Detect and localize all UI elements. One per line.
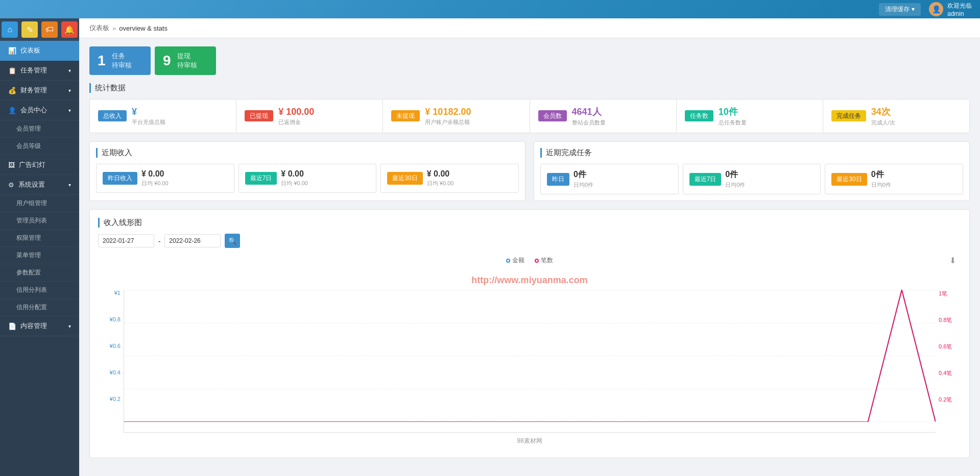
income-7days-badge: 最近7日 <box>245 172 277 185</box>
withdrawn-badge: 已提现 <box>245 110 273 121</box>
ads-icon: 🖼 <box>8 161 15 169</box>
edit-icon[interactable]: ✎ <box>21 21 38 38</box>
sidebar-sub-params[interactable]: 参数配置 <box>0 264 79 282</box>
dashboard-icon: 📊 <box>8 47 16 55</box>
dropdown-arrow: ▾ <box>912 6 915 13</box>
content-icon: 📄 <box>8 322 16 330</box>
sidebar-sub-permissions[interactable]: 权限管理 <box>0 230 79 247</box>
sidebar-icon-bar: ⌂ ✎ 🏷 🔔 <box>0 18 79 41</box>
completed-tasks-label: 完成人/次 <box>871 119 895 127</box>
breadcrumb: 仪表板 » overview & stats <box>79 18 980 38</box>
date-to-input[interactable] <box>164 234 221 247</box>
y-left-4: ¥0.4 <box>110 369 121 375</box>
withdrawn-value: ¥ 100.00 <box>278 107 314 117</box>
chart-section: 收入线形图 - 🔍 金额 笔数 <box>89 209 970 458</box>
tag-icon[interactable]: 🏷 <box>41 21 58 38</box>
task-7days: 最近7日 0件 日均0件 <box>683 164 821 194</box>
task-30days-badge: 最近30日 <box>831 173 867 186</box>
welcome-label: 欢迎光临 <box>947 2 972 9</box>
task-7days-badge: 最近7日 <box>689 173 722 186</box>
search-button[interactable]: 🔍 <box>225 234 240 248</box>
pending-withdraw-label: 用户账户余额总额 <box>425 118 471 126</box>
completed-tasks-badge: 完成任务 <box>831 110 866 121</box>
sidebar-finance-label: 财务管理 <box>20 86 47 95</box>
top-header: 清理缓存 ▾ 👤 欢迎光临 admin <box>0 0 980 18</box>
income-7days-avg: 日均 ¥0.00 <box>281 180 308 187</box>
sidebar: ⌂ ✎ 🏷 🔔 📊 仪表板 📋 任务管理 ▾ 💰 财务管理 ▾ <box>0 18 79 476</box>
breadcrumb-home[interactable]: 仪表板 <box>89 23 109 33</box>
chart-wrapper: ¥1 ¥0.8 ¥0.6 ¥0.4 ¥0.2 <box>98 290 961 433</box>
task-30days: 最近30日 0件 日均0件 <box>825 164 963 194</box>
download-icon[interactable]: ⬇ <box>949 256 956 265</box>
stats-grid: 总收入 ¥ 平台充值总额 已提现 ¥ 100.00 已返佣金 <box>89 99 970 133</box>
sidebar-sub-credit-config[interactable]: 信用分配置 <box>0 299 79 316</box>
sidebar-item-ads[interactable]: 🖼 广告幻灯 <box>0 155 79 175</box>
income-yesterday: 昨日收入 ¥ 0.00 日均 ¥0.00 <box>96 164 234 193</box>
home-icon[interactable]: ⌂ <box>2 21 18 38</box>
income-7days-value: ¥ 0.00 <box>281 169 308 179</box>
task-pending-number: 1 <box>98 54 106 68</box>
stat-total-income: 总收入 ¥ 平台充值总额 <box>90 99 236 133</box>
legend-count-label: 笔数 <box>541 256 553 265</box>
y-left-5: ¥0.2 <box>110 396 121 402</box>
task-yesterday-badge: 昨日 <box>547 173 569 186</box>
chart-y-axis-left: ¥1 ¥0.8 ¥0.6 ¥0.4 ¥0.2 <box>98 290 124 433</box>
legend-dot-amount <box>506 259 510 263</box>
sidebar-sub-member-level[interactable]: 会员等级 <box>0 138 79 155</box>
stat-card-task: 1 任务待审核 <box>89 46 151 75</box>
sidebar-item-content[interactable]: 📄 内容管理 ▾ <box>0 316 79 336</box>
chart-container: ⬇ http://www.miyuanma.com ¥1 ¥0.8 ¥0.6 ¥… <box>98 271 961 433</box>
breadcrumb-sep: » <box>112 24 116 32</box>
members-value: 4641人 <box>572 106 606 118</box>
chevron-down-icon: ▾ <box>68 68 71 73</box>
member-icon: 👤 <box>8 107 16 114</box>
total-income-badge: 总收入 <box>98 110 127 121</box>
task-30days-avg: 日均0件 <box>871 181 891 189</box>
sidebar-item-dashboard[interactable]: 📊 仪表板 <box>0 41 79 61</box>
chevron-down-icon3: ▾ <box>68 108 71 113</box>
task-yesterday: 昨日 0件 日均0件 <box>540 164 679 194</box>
total-income-label: 平台充值总额 <box>132 118 165 126</box>
finance-icon: 💰 <box>8 87 16 94</box>
y-right-2: 0.8笔 <box>939 316 952 324</box>
tasks-section: 近期完成任务 昨日 0件 日均0件 最近7日 0件 <box>534 141 970 201</box>
sidebar-item-task-management[interactable]: 📋 任务管理 ▾ <box>0 61 79 81</box>
chart-canvas <box>124 290 936 433</box>
sidebar-ads-label: 广告幻灯 <box>19 160 45 169</box>
bell-icon[interactable]: 🔔 <box>61 21 78 38</box>
legend-dot-count <box>535 259 539 263</box>
stat-completed-tasks: 完成任务 34次 完成人/次 <box>823 99 969 133</box>
y-right-1: 1笔 <box>939 290 947 297</box>
chart-svg <box>124 290 936 422</box>
y-left-3: ¥0.6 <box>110 343 121 349</box>
content-area: 仪表板 » overview & stats 1 任务待审核 9 提现待审核 统… <box>79 18 980 476</box>
avatar: 👤 <box>929 2 943 16</box>
task-30days-value: 0件 <box>871 169 891 180</box>
income-yesterday-avg: 日均 ¥0.00 <box>141 180 169 187</box>
sidebar-sub-menu-manage[interactable]: 菜单管理 <box>0 247 79 264</box>
withdraw-pending-label: 提现待审核 <box>177 52 197 70</box>
sidebar-sub-credit-list[interactable]: 信用分列表 <box>0 282 79 299</box>
sidebar-system-label: 系统设置 <box>18 180 45 189</box>
sidebar-sub-admin-list[interactable]: 管理员列表 <box>0 212 79 230</box>
stat-card-withdraw: 9 提现待审核 <box>155 46 216 75</box>
sidebar-sub-member-manage[interactable]: 会员管理 <box>0 120 79 138</box>
chart-legend: 金额 笔数 <box>98 256 961 265</box>
withdrawn-label: 已返佣金 <box>278 118 314 126</box>
clear-cache-button[interactable]: 清理缓存 ▾ <box>879 3 921 16</box>
sidebar-item-finance[interactable]: 💰 财务管理 ▾ <box>0 81 79 101</box>
income-yesterday-badge: 昨日收入 <box>103 172 137 185</box>
task-pending-label: 任务待审核 <box>112 52 132 70</box>
chart-y-axis-right: 1笔 0.8笔 0.6笔 0.4笔 0.2笔 <box>936 290 961 433</box>
sidebar-item-system[interactable]: ⚙ 系统设置 ▾ <box>0 175 79 195</box>
task-7days-value: 0件 <box>725 169 745 180</box>
income-row: 昨日收入 ¥ 0.00 日均 ¥0.00 最近7日 ¥ 0.00 日均 ¥0.0… <box>96 164 519 193</box>
pending-withdraw-badge: 未提现 <box>391 110 420 121</box>
task-yesterday-value: 0件 <box>573 169 593 180</box>
date-from-input[interactable] <box>98 234 154 247</box>
sidebar-item-member-center[interactable]: 👤 会员中心 ▾ <box>0 101 79 120</box>
stat-members: 会员数 4641人 整站会员数量 <box>530 99 677 133</box>
members-label: 整站会员数量 <box>572 119 606 127</box>
sidebar-sub-user-group[interactable]: 用户组管理 <box>0 195 79 212</box>
tasks-badge: 任务数 <box>685 110 713 121</box>
